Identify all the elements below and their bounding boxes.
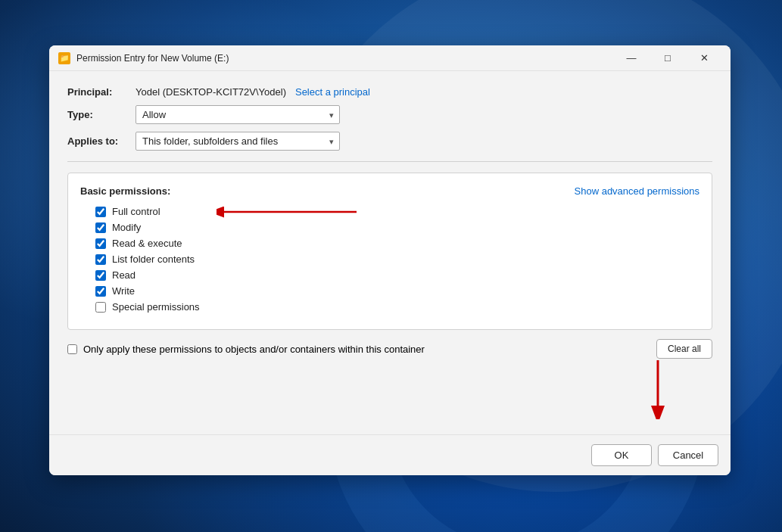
checkbox-modify-label[interactable]: Modify bbox=[112, 222, 141, 233]
checkbox-full-control: Full control bbox=[95, 206, 699, 217]
checkbox-write-label[interactable]: Write bbox=[112, 285, 135, 297]
checkbox-read-execute-input[interactable] bbox=[95, 238, 106, 249]
applies-to-row: Applies to: This folder, subfolders and … bbox=[67, 132, 712, 151]
checkbox-read-input[interactable] bbox=[95, 270, 106, 281]
minimize-button[interactable]: — bbox=[614, 45, 649, 71]
principal-label: Principal: bbox=[67, 86, 136, 98]
checkbox-special: Special permissions bbox=[95, 301, 699, 313]
checkbox-write-input[interactable] bbox=[95, 286, 106, 297]
checkbox-read-execute-label[interactable]: Read & execute bbox=[112, 238, 182, 249]
permissions-header: Basic permissions: Show advanced permiss… bbox=[80, 185, 699, 197]
dialog-footer: OK Cancel bbox=[49, 434, 731, 475]
select-principal-link[interactable]: Select a principal bbox=[295, 86, 370, 98]
only-apply-row: Only apply these permissions to objects … bbox=[67, 339, 712, 359]
permissions-section: Basic permissions: Show advanced permiss… bbox=[67, 173, 712, 330]
only-apply-left: Only apply these permissions to objects … bbox=[67, 344, 425, 355]
checkbox-list: Full control Modify bbox=[80, 206, 699, 313]
window-icon: 📁 bbox=[58, 52, 70, 64]
vertical-arrow-container bbox=[67, 359, 712, 419]
section-divider bbox=[67, 161, 712, 162]
checkbox-list-folder-label[interactable]: List folder contents bbox=[112, 254, 195, 265]
checkbox-read: Read bbox=[95, 269, 699, 281]
close-button[interactable]: ✕ bbox=[687, 45, 721, 71]
checkbox-special-label[interactable]: Special permissions bbox=[112, 301, 200, 313]
only-apply-label[interactable]: Only apply these permissions to objects … bbox=[83, 344, 425, 355]
applies-to-select[interactable]: This folder, subfolders and files This f… bbox=[136, 132, 340, 151]
checkbox-list-folder-input[interactable] bbox=[95, 254, 106, 265]
dialog-window: 📁 Permission Entry for New Volume (E:) —… bbox=[49, 45, 731, 475]
type-label: Type: bbox=[67, 109, 136, 120]
type-select-wrapper: Allow Deny ▾ bbox=[136, 105, 340, 124]
checkbox-modify-input[interactable] bbox=[95, 222, 106, 233]
checkbox-modify: Modify bbox=[95, 222, 699, 233]
principal-value: Yodel (DESKTOP-KCIT72V\Yodel) bbox=[136, 86, 286, 98]
dialog-body: Principal: Yodel (DESKTOP-KCIT72V\Yodel)… bbox=[49, 71, 731, 434]
red-arrow-annotation bbox=[217, 204, 360, 219]
clear-all-button[interactable]: Clear all bbox=[656, 339, 712, 359]
only-apply-checkbox[interactable] bbox=[67, 344, 77, 354]
window-title: Permission Entry for New Volume (E:) bbox=[76, 53, 614, 64]
maximize-button[interactable]: □ bbox=[650, 45, 685, 71]
checkbox-write: Write bbox=[95, 285, 699, 297]
type-row: Type: Allow Deny ▾ bbox=[67, 105, 712, 124]
title-bar-controls: — □ ✕ bbox=[614, 45, 721, 71]
permissions-title: Basic permissions: bbox=[80, 185, 170, 197]
checkbox-read-execute: Read & execute bbox=[95, 238, 699, 249]
applies-to-select-wrapper: This folder, subfolders and files This f… bbox=[136, 132, 340, 151]
applies-to-label: Applies to: bbox=[67, 135, 136, 147]
ok-button[interactable]: OK bbox=[591, 444, 652, 466]
title-bar: 📁 Permission Entry for New Volume (E:) —… bbox=[49, 45, 731, 71]
checkbox-special-input[interactable] bbox=[95, 302, 106, 313]
checkbox-full-control-label[interactable]: Full control bbox=[112, 206, 160, 217]
checkbox-full-control-input[interactable] bbox=[95, 207, 106, 217]
cancel-button[interactable]: Cancel bbox=[658, 444, 718, 466]
show-advanced-link[interactable]: Show advanced permissions bbox=[575, 185, 699, 197]
checkbox-list-folder: List folder contents bbox=[95, 254, 699, 265]
checkbox-read-label[interactable]: Read bbox=[112, 269, 136, 281]
vertical-red-arrow bbox=[643, 359, 673, 419]
type-select[interactable]: Allow Deny bbox=[136, 105, 340, 124]
principal-row: Principal: Yodel (DESKTOP-KCIT72V\Yodel)… bbox=[67, 86, 712, 98]
